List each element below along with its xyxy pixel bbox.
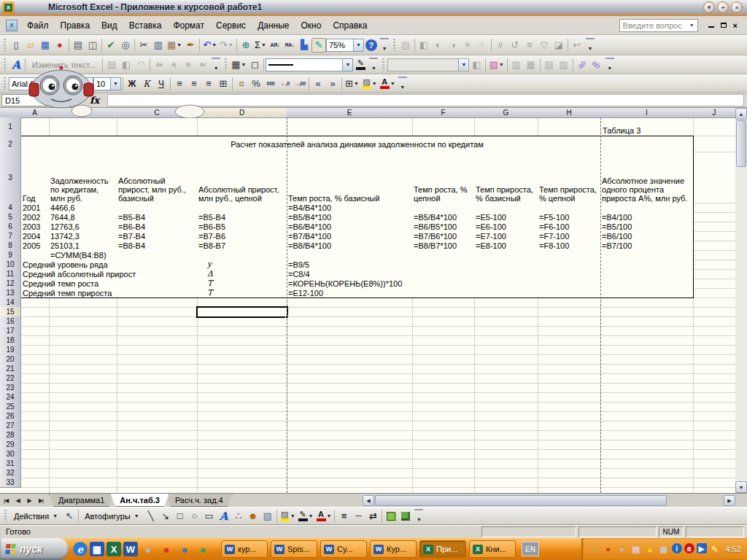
cell-E4[interactable]: =B4/B4*100 (287, 203, 413, 213)
language-indicator[interactable]: EN (522, 542, 539, 556)
summary-symbol-13[interactable]: T (197, 288, 287, 298)
font-color-button[interactable]: А▼ (379, 77, 397, 91)
cell-F8[interactable]: =B8/B7*100 (412, 241, 475, 251)
doc-minimize-button[interactable] (708, 23, 714, 28)
cell-I4[interactable] (600, 203, 694, 213)
pointer-button[interactable]: ↖ (62, 509, 77, 524)
ie-icon[interactable]: e (73, 542, 88, 556)
office-assistant[interactable] (28, 66, 210, 118)
task-Су...[interactable]: WСу... (320, 540, 367, 558)
row-header-19[interactable]: 19 (0, 345, 21, 355)
row-header-32[interactable]: 32 (0, 468, 21, 478)
row-header-15[interactable]: 15 (0, 307, 21, 317)
cell-D4[interactable] (197, 203, 287, 213)
row-header-10[interactable]: 10 (0, 260, 21, 270)
autosum-button[interactable]: Σ▼ (253, 38, 268, 52)
sheet-tab-Диаграмма1[interactable]: Диаграмма1 (49, 494, 114, 507)
new-button[interactable]: ▯ (9, 38, 23, 52)
zoom-select[interactable]: 75%▼ (326, 39, 364, 52)
by-row-button[interactable]: ▤ (542, 58, 557, 72)
angle-cw-button[interactable]: ab (589, 58, 604, 72)
cell-C8[interactable]: =B8-B4 (117, 241, 198, 251)
print-button[interactable]: ▤ (71, 38, 85, 52)
cell-I12[interactable] (600, 279, 694, 289)
cell-H4[interactable] (538, 203, 601, 213)
format-picture-button[interactable]: ◪ (551, 38, 566, 52)
question-box[interactable]: Введите вопрос ▼ (619, 19, 698, 32)
toolbar-options-button[interactable]: ▼ (212, 58, 220, 72)
copy-button[interactable]: ▥ (151, 38, 166, 52)
spelling-button[interactable]: ✔ (104, 38, 118, 52)
row-header-20[interactable]: 20 (0, 354, 21, 365)
cell-C4[interactable] (117, 203, 198, 213)
comma-button[interactable]: 000 (263, 77, 278, 91)
sort-desc-button[interactable]: ЯА↓ (282, 38, 297, 52)
cell-F12[interactable] (412, 279, 475, 289)
row-header-5[interactable]: 5 (0, 212, 21, 222)
floppy-icon[interactable]: ▦ (90, 542, 104, 556)
cell-E5[interactable]: =B5/B4*100 (287, 212, 413, 222)
sphere-grey-icon[interactable]: ● (140, 541, 156, 557)
hyperlink-button[interactable]: ⊕ (239, 38, 253, 52)
close-button[interactable]: × (731, 1, 743, 13)
data-table-button[interactable]: ▦ (524, 58, 538, 72)
menu-Сервис[interactable]: Сервис (210, 18, 252, 34)
prev-sheet-button[interactable]: ◀ (12, 494, 23, 507)
cell-E7[interactable]: =B7/B4*100 (287, 231, 413, 241)
info-blue-icon[interactable]: i (672, 543, 682, 553)
toolbar-options-button[interactable]: ▼ (605, 58, 614, 72)
minimize-button[interactable]: ▼ (703, 1, 715, 13)
cell-I10[interactable] (600, 260, 694, 270)
cell-G4[interactable] (474, 203, 538, 213)
start-button[interactable]: пуск (0, 538, 69, 560)
fill-color-button[interactable]: ▨▼ (279, 509, 297, 524)
save-button[interactable]: ▦ (38, 38, 53, 52)
textbox-button[interactable]: ▭ (202, 509, 217, 524)
word-icon[interactable]: W (123, 542, 138, 556)
cell-H13[interactable] (538, 288, 601, 298)
print-preview-button[interactable]: ◫ (85, 38, 100, 52)
chart-wizard-button[interactable]: ▙ (297, 38, 311, 52)
merge-center-button[interactable]: ⊞ (216, 77, 231, 91)
menu-Правка[interactable]: Правка (55, 18, 96, 34)
player-blue-icon[interactable]: ▶ (697, 543, 707, 553)
column-header-J[interactable]: J (693, 108, 735, 118)
cell-I9[interactable] (600, 250, 694, 260)
shadow-button[interactable] (384, 509, 398, 524)
summary-formula-12[interactable]: =КОРЕНЬ(КОРЕНЬ(E8%))*100 (287, 279, 413, 289)
task-кур...[interactable]: Wкур... (221, 540, 268, 558)
summary-symbol-12[interactable]: T (197, 279, 287, 289)
cell-D7[interactable]: =B7-B6 (197, 231, 287, 241)
horizontal-scrollbar[interactable]: ◀ ▶ (363, 494, 735, 507)
doc-close-button[interactable]: × (733, 21, 738, 30)
brush-gold-icon[interactable]: ✎ (709, 543, 721, 555)
line-color-button[interactable]: ✎▼ (297, 509, 315, 524)
cell-G13[interactable] (474, 288, 538, 298)
inc-indent-button[interactable]: » (325, 77, 340, 91)
arrow-style-button[interactable]: ⇄ (365, 509, 380, 524)
inc-decimal-button[interactable]: ←,0 (278, 77, 293, 91)
cell-A9[interactable] (20, 250, 50, 260)
vertical-scrollbar[interactable]: ▲ ▼ (735, 108, 747, 493)
dash-style-button[interactable]: ┄ (351, 509, 365, 524)
row-header-1[interactable]: 1 (0, 117, 21, 136)
header-cell-D3[interactable]: Абсолютный прирост, млн руб., цепной (197, 152, 287, 203)
cell-F10[interactable] (412, 260, 475, 270)
summary-label-10[interactable]: Средний уровень ряда (20, 260, 198, 270)
format-painter-button[interactable]: ✒ (183, 38, 198, 52)
cell-G7[interactable]: =E7-100 (474, 231, 538, 241)
selected-cell-D15[interactable] (196, 306, 288, 318)
legend-button[interactable]: ▥ (509, 58, 524, 72)
crop-button[interactable]: # (493, 38, 508, 52)
menu-Окно[interactable]: Окно (295, 18, 327, 34)
border-line-style-select[interactable]: ▼ (266, 58, 353, 71)
cell-E9[interactable] (287, 250, 413, 260)
header-cell-G3[interactable]: Темп прироста, % базисный (474, 152, 538, 203)
row-header-21[interactable]: 21 (0, 364, 21, 374)
rect-button[interactable]: □ (173, 509, 187, 524)
sheet-tab-Расч.ч. зад.4[interactable]: Расч.ч. зад.4 (166, 494, 233, 507)
excel-icon[interactable]: X (107, 542, 121, 556)
chart-objects-select[interactable]: ▼ (387, 58, 469, 71)
row-header-26[interactable]: 26 (0, 411, 21, 421)
row-header-14[interactable]: 14 (0, 298, 21, 308)
